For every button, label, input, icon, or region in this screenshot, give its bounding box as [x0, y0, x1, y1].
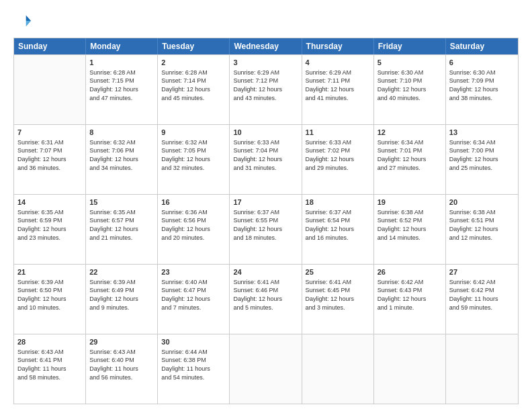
- day-number: 2: [161, 58, 226, 68]
- day-info: Sunrise: 6:35 AM Sunset: 6:57 PM Dayligh…: [89, 208, 154, 242]
- weekday-header-thursday: Thursday: [302, 38, 374, 54]
- day-number: 19: [378, 197, 442, 208]
- day-info: Sunrise: 6:43 AM Sunset: 6:40 PM Dayligh…: [89, 348, 154, 381]
- day-info: Sunrise: 6:30 AM Sunset: 7:09 PM Dayligh…: [449, 68, 515, 102]
- calendar-body: 1Sunrise: 6:28 AM Sunset: 7:15 PM Daylig…: [14, 54, 518, 404]
- day-cell-8: 8Sunrise: 6:32 AM Sunset: 7:06 PM Daylig…: [86, 125, 158, 194]
- day-cell-empty-4-3: [230, 334, 302, 404]
- day-info: Sunrise: 6:40 AM Sunset: 6:47 PM Dayligh…: [161, 278, 226, 312]
- day-number: 20: [449, 197, 515, 208]
- day-number: 24: [233, 267, 298, 277]
- day-number: 11: [306, 128, 370, 138]
- day-info: Sunrise: 6:37 AM Sunset: 6:55 PM Dayligh…: [233, 208, 298, 242]
- day-number: 16: [161, 197, 226, 208]
- day-cell-19: 19Sunrise: 6:38 AM Sunset: 6:52 PM Dayli…: [374, 195, 446, 264]
- day-number: 7: [17, 128, 82, 138]
- day-number: 6: [449, 58, 515, 68]
- svg-marker-1: [26, 21, 31, 26]
- day-info: Sunrise: 6:39 AM Sunset: 6:50 PM Dayligh…: [17, 278, 82, 312]
- day-number: 30: [161, 337, 226, 347]
- week-row-5: 28Sunrise: 6:43 AM Sunset: 6:41 PM Dayli…: [14, 334, 518, 404]
- day-cell-25: 25Sunrise: 6:41 AM Sunset: 6:45 PM Dayli…: [302, 265, 374, 334]
- week-row-1: 1Sunrise: 6:28 AM Sunset: 7:15 PM Daylig…: [14, 54, 518, 124]
- header: [13, 12, 519, 31]
- day-info: Sunrise: 6:42 AM Sunset: 6:42 PM Dayligh…: [449, 278, 515, 312]
- weekday-header-wednesday: Wednesday: [230, 38, 302, 54]
- day-number: 23: [161, 267, 226, 277]
- weekday-header-tuesday: Tuesday: [158, 38, 230, 54]
- day-number: 27: [449, 267, 515, 277]
- day-info: Sunrise: 6:29 AM Sunset: 7:11 PM Dayligh…: [306, 68, 370, 102]
- day-number: 18: [306, 197, 370, 208]
- day-info: Sunrise: 6:35 AM Sunset: 6:59 PM Dayligh…: [17, 208, 82, 242]
- day-cell-10: 10Sunrise: 6:33 AM Sunset: 7:04 PM Dayli…: [230, 125, 302, 194]
- day-cell-20: 20Sunrise: 6:38 AM Sunset: 6:51 PM Dayli…: [446, 195, 518, 264]
- day-cell-2: 2Sunrise: 6:28 AM Sunset: 7:14 PM Daylig…: [158, 55, 230, 124]
- day-cell-21: 21Sunrise: 6:39 AM Sunset: 6:50 PM Dayli…: [14, 265, 86, 334]
- day-cell-26: 26Sunrise: 6:42 AM Sunset: 6:43 PM Dayli…: [374, 265, 446, 334]
- day-cell-empty-0-0: [14, 55, 86, 124]
- day-cell-11: 11Sunrise: 6:33 AM Sunset: 7:02 PM Dayli…: [302, 125, 374, 194]
- day-info: Sunrise: 6:34 AM Sunset: 7:01 PM Dayligh…: [378, 138, 442, 172]
- day-cell-16: 16Sunrise: 6:36 AM Sunset: 6:56 PM Dayli…: [158, 195, 230, 264]
- day-info: Sunrise: 6:38 AM Sunset: 6:52 PM Dayligh…: [378, 208, 442, 242]
- day-info: Sunrise: 6:28 AM Sunset: 7:15 PM Dayligh…: [89, 68, 154, 102]
- weekday-header-sunday: Sunday: [14, 38, 86, 54]
- day-cell-17: 17Sunrise: 6:37 AM Sunset: 6:55 PM Dayli…: [230, 195, 302, 264]
- day-cell-28: 28Sunrise: 6:43 AM Sunset: 6:41 PM Dayli…: [14, 334, 86, 404]
- day-cell-3: 3Sunrise: 6:29 AM Sunset: 7:12 PM Daylig…: [230, 55, 302, 124]
- logo-icon: [13, 12, 32, 31]
- day-info: Sunrise: 6:28 AM Sunset: 7:14 PM Dayligh…: [161, 68, 226, 102]
- day-cell-18: 18Sunrise: 6:37 AM Sunset: 6:54 PM Dayli…: [302, 195, 374, 264]
- day-info: Sunrise: 6:29 AM Sunset: 7:12 PM Dayligh…: [233, 68, 298, 102]
- day-number: 1: [89, 58, 154, 68]
- day-info: Sunrise: 6:31 AM Sunset: 7:07 PM Dayligh…: [17, 138, 82, 172]
- day-number: 13: [449, 128, 515, 138]
- day-cell-14: 14Sunrise: 6:35 AM Sunset: 6:59 PM Dayli…: [14, 195, 86, 264]
- day-info: Sunrise: 6:37 AM Sunset: 6:54 PM Dayligh…: [306, 208, 370, 242]
- day-cell-13: 13Sunrise: 6:34 AM Sunset: 7:00 PM Dayli…: [446, 125, 518, 194]
- week-row-4: 21Sunrise: 6:39 AM Sunset: 6:50 PM Dayli…: [14, 264, 518, 334]
- weekday-header-monday: Monday: [86, 38, 158, 54]
- day-info: Sunrise: 6:39 AM Sunset: 6:49 PM Dayligh…: [89, 278, 154, 312]
- day-info: Sunrise: 6:32 AM Sunset: 7:05 PM Dayligh…: [161, 138, 226, 172]
- weekday-header-friday: Friday: [374, 38, 446, 54]
- day-number: 10: [233, 128, 298, 138]
- day-info: Sunrise: 6:42 AM Sunset: 6:43 PM Dayligh…: [378, 278, 442, 312]
- day-info: Sunrise: 6:32 AM Sunset: 7:06 PM Dayligh…: [89, 138, 154, 172]
- logo: [13, 12, 35, 31]
- day-info: Sunrise: 6:41 AM Sunset: 6:46 PM Dayligh…: [233, 278, 298, 312]
- day-cell-15: 15Sunrise: 6:35 AM Sunset: 6:57 PM Dayli…: [86, 195, 158, 264]
- day-cell-22: 22Sunrise: 6:39 AM Sunset: 6:49 PM Dayli…: [86, 265, 158, 334]
- day-info: Sunrise: 6:43 AM Sunset: 6:41 PM Dayligh…: [17, 348, 82, 381]
- day-number: 5: [378, 58, 442, 68]
- day-info: Sunrise: 6:44 AM Sunset: 6:38 PM Dayligh…: [161, 348, 226, 381]
- day-cell-9: 9Sunrise: 6:32 AM Sunset: 7:05 PM Daylig…: [158, 125, 230, 194]
- day-number: 15: [89, 197, 154, 208]
- calendar: SundayMondayTuesdayWednesdayThursdayFrid…: [13, 38, 519, 404]
- day-number: 21: [17, 267, 82, 277]
- day-info: Sunrise: 6:38 AM Sunset: 6:51 PM Dayligh…: [449, 208, 515, 242]
- day-cell-29: 29Sunrise: 6:43 AM Sunset: 6:40 PM Dayli…: [86, 334, 158, 404]
- day-cell-empty-4-6: [446, 334, 518, 404]
- weekday-header-saturday: Saturday: [446, 38, 518, 54]
- day-cell-6: 6Sunrise: 6:30 AM Sunset: 7:09 PM Daylig…: [446, 55, 518, 124]
- page: SundayMondayTuesdayWednesdayThursdayFrid…: [0, 0, 532, 411]
- day-cell-24: 24Sunrise: 6:41 AM Sunset: 6:46 PM Dayli…: [230, 265, 302, 334]
- day-number: 17: [233, 197, 298, 208]
- day-number: 25: [306, 267, 370, 277]
- day-number: 28: [17, 337, 82, 347]
- day-cell-7: 7Sunrise: 6:31 AM Sunset: 7:07 PM Daylig…: [14, 125, 86, 194]
- day-info: Sunrise: 6:41 AM Sunset: 6:45 PM Dayligh…: [306, 278, 370, 312]
- day-info: Sunrise: 6:30 AM Sunset: 7:10 PM Dayligh…: [378, 68, 442, 102]
- day-number: 26: [378, 267, 442, 277]
- day-cell-empty-4-5: [374, 334, 446, 404]
- day-cell-4: 4Sunrise: 6:29 AM Sunset: 7:11 PM Daylig…: [302, 55, 374, 124]
- day-number: 8: [89, 128, 154, 138]
- day-number: 3: [233, 58, 298, 68]
- day-number: 14: [17, 197, 82, 208]
- day-cell-1: 1Sunrise: 6:28 AM Sunset: 7:15 PM Daylig…: [86, 55, 158, 124]
- day-number: 22: [89, 267, 154, 277]
- day-number: 29: [89, 337, 154, 347]
- week-row-3: 14Sunrise: 6:35 AM Sunset: 6:59 PM Dayli…: [14, 194, 518, 264]
